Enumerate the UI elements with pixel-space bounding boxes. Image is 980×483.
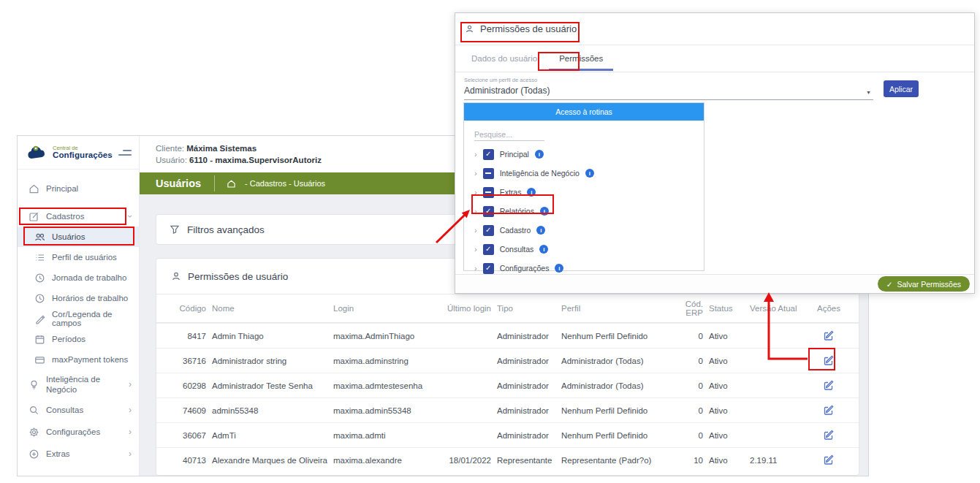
col-tipo: Tipo — [497, 304, 555, 313]
edit-pencil-square-icon — [823, 429, 835, 441]
tab-permissoes[interactable]: Permissões — [559, 47, 603, 70]
routine-tree-item: › Principal i — [464, 145, 704, 164]
person-icon — [465, 24, 474, 34]
routine-checkbox[interactable] — [483, 149, 494, 160]
edit-user-button[interactable] — [823, 429, 835, 441]
cell-nome: Administrador string — [212, 357, 327, 365]
info-icon[interactable]: i — [536, 226, 545, 235]
sidebar-item-inteligencia-de-negocio[interactable]: Inteligência de Negócio › — [18, 370, 139, 399]
plus-circle-icon — [28, 449, 39, 460]
chevron-right-icon: › — [129, 380, 132, 389]
client-value: Máxima Sistemas — [186, 144, 257, 153]
profile-select-row: Selecione um perfil de acesso Administra… — [455, 72, 974, 103]
info-icon[interactable]: i — [535, 150, 544, 159]
cell-login: maxima.adminstring — [333, 357, 434, 365]
edit-user-button[interactable] — [823, 330, 835, 341]
edit-pencil-square-icon — [823, 454, 835, 465]
sidebar-item-periodos[interactable]: Períodos — [18, 329, 139, 349]
apply-button[interactable]: Aplicar — [884, 80, 919, 97]
cell-codigo: 40713 — [171, 456, 206, 465]
sidebar-item-extras[interactable]: Extras › — [18, 443, 139, 465]
routine-checkbox[interactable] — [483, 225, 494, 236]
cell-codigo: 36716 — [171, 357, 206, 365]
pencil-square-icon — [28, 211, 39, 222]
cell-login: maxima.admtestesenha — [333, 381, 434, 390]
users-icon — [34, 232, 45, 243]
tab-dados-do-usuario[interactable]: Dados do usuário — [471, 47, 537, 70]
routine-checkbox[interactable] — [483, 187, 494, 198]
sidebar-item-consultas[interactable]: Consultas › — [18, 399, 139, 421]
cell-nome: Administrador Teste Senha — [212, 381, 327, 390]
routine-label: Cadastro — [500, 226, 531, 235]
info-icon[interactable]: i — [555, 264, 563, 273]
user-permissions-dialog: Permissões de usuário Dados do usuário P… — [455, 12, 975, 294]
info-icon[interactable]: i — [527, 188, 536, 197]
sidebar-item-configuracoes[interactable]: Configurações › — [18, 421, 139, 443]
routine-checkbox[interactable] — [483, 263, 494, 274]
routine-label: Consultas — [500, 245, 534, 254]
cell-status: Ativo — [709, 456, 744, 465]
dialog-tabs: Dados do usuário Permissões — [455, 45, 974, 72]
routine-tree-item: › Relatórios i — [464, 202, 704, 221]
sidebar-item-cor-legenda-de-campos[interactable]: Cor/Legenda de campos — [18, 308, 139, 329]
edit-user-button[interactable] — [823, 379, 835, 391]
expand-chevron-icon[interactable]: › — [474, 150, 477, 159]
expand-chevron-icon[interactable]: › — [474, 226, 477, 235]
cell-perfil: Nenhum Perfil Definido — [561, 332, 664, 341]
expand-chevron-icon[interactable]: › — [474, 188, 477, 197]
expand-chevron-icon[interactable]: › — [474, 245, 477, 254]
cell-nome: Admin Thiago — [212, 332, 327, 341]
cell-login: maxima.alexandre — [333, 456, 434, 465]
edit-user-button[interactable] — [823, 404, 835, 416]
person-icon — [171, 271, 181, 281]
expand-chevron-icon[interactable]: › — [474, 264, 477, 273]
page-title: Usuários — [156, 178, 201, 189]
cell-login: maxima.admin55348 — [333, 406, 434, 415]
cell-codigo: 8417 — [171, 332, 206, 341]
cell-perfil: Administrador (Todas) — [561, 381, 664, 390]
sidebar-item-maxpayment-tokens[interactable]: maxPayment tokens — [18, 349, 139, 370]
sidebar-item-usuarios[interactable]: Usuários — [18, 227, 139, 247]
col-versao-atual: Versão Atual — [750, 304, 807, 313]
cell-nome: admin55348 — [212, 406, 327, 415]
col-nome: Nome — [212, 304, 327, 313]
filter-icon — [170, 224, 180, 235]
dialog-title-row: Permissões de usuário — [455, 13, 974, 45]
info-icon[interactable]: i — [539, 245, 548, 254]
cell-status: Ativo — [709, 406, 744, 415]
cell-perfil: Nenhum Perfil Definido — [561, 406, 664, 415]
clock-icon — [34, 293, 45, 304]
edit-user-button[interactable] — [823, 454, 835, 465]
cell-tipo: Representante — [497, 456, 555, 465]
home-icon — [28, 183, 39, 194]
sidebar-item-principal[interactable]: Principal — [18, 178, 139, 199]
save-permissions-button[interactable]: ✓ Salvar Permissões — [878, 276, 970, 292]
info-icon[interactable]: i — [540, 207, 549, 216]
lightbulb-icon — [28, 379, 39, 390]
info-icon[interactable]: i — [585, 169, 594, 178]
cell-versao: 2.19.11 — [750, 456, 807, 465]
sidebar-item-perfil-de-usuarios[interactable]: Perfil de usuários — [18, 247, 139, 267]
cell-tipo: Administrador — [497, 357, 555, 365]
cell-login: maxima.admti — [333, 431, 434, 440]
list-icon — [34, 252, 45, 263]
divider — [214, 175, 215, 191]
expand-chevron-icon[interactable]: › — [474, 207, 477, 216]
col-login: Login — [333, 304, 434, 313]
breadcrumb-home-icon[interactable] — [227, 179, 236, 189]
sidebar-item-horarios-de-trabalho[interactable]: Horários de trabalho — [18, 288, 139, 308]
menu-toggle-icon[interactable] — [118, 150, 132, 156]
routine-checkbox[interactable] — [483, 206, 494, 217]
routine-checkbox[interactable] — [483, 168, 494, 179]
routines-search-input[interactable] — [474, 129, 544, 141]
expand-chevron-icon[interactable]: › — [474, 169, 477, 178]
table-row: 36067 AdmTi maxima.admti Administrador N… — [156, 422, 859, 447]
routine-checkbox[interactable] — [483, 244, 494, 255]
sidebar-item-cadastros[interactable]: Cadastros › — [18, 206, 139, 227]
edit-user-button[interactable] — [823, 354, 835, 366]
routines-access-panel: Acesso à rotinas › Principal i › — [463, 102, 704, 271]
cell-tipo: Administrador — [497, 406, 555, 415]
routine-label: Extras — [500, 188, 522, 197]
profile-select[interactable]: Administrador (Todas) ▼ — [464, 83, 873, 100]
sidebar-item-jornada-de-trabalho[interactable]: Jornada de trabalho — [18, 267, 139, 288]
